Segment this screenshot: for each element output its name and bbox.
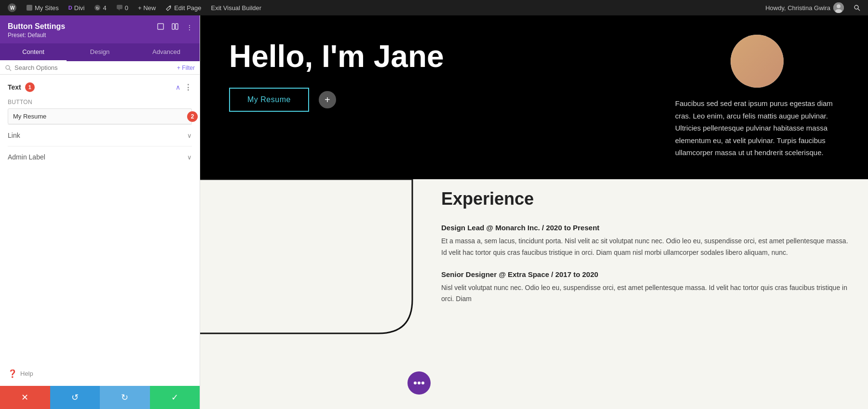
new-label: + New xyxy=(138,4,156,12)
search-input[interactable] xyxy=(14,64,174,71)
panel-header: Button Settings Preset: Default ⋮ xyxy=(0,15,200,43)
admin-label-header[interactable]: Admin Label ∨ xyxy=(8,153,192,161)
exp-item-1-body: Nisl velit volutpat nunc nec. Odio leo e… xyxy=(441,282,849,305)
user-avatar xyxy=(833,2,844,13)
canvas-area: Hello, I'm Jane My Resume + Faucibus sed… xyxy=(200,15,868,409)
left-panel: Button Settings Preset: Default ⋮ Conten… xyxy=(0,15,200,409)
karma-count[interactable]: ↻ 4 xyxy=(90,0,110,15)
my-sites-menu[interactable]: My Sites xyxy=(22,0,63,15)
resize-icon[interactable] xyxy=(155,22,166,32)
section-actions: ∧ ⋮ xyxy=(176,83,192,92)
link-chevron-icon: ∨ xyxy=(187,132,192,139)
svg-point-8 xyxy=(835,9,842,13)
profile-avatar xyxy=(731,35,784,88)
edit-page-btn[interactable]: Edit Page xyxy=(162,0,205,15)
text-section-title: Text xyxy=(8,83,21,91)
experience-title: Experience xyxy=(441,189,849,209)
my-sites-label: My Sites xyxy=(35,4,59,12)
undo-button[interactable]: ↺ xyxy=(50,386,100,409)
text-section-header: Text 1 ∧ ⋮ xyxy=(8,82,192,92)
button-text-input[interactable] xyxy=(8,108,192,124)
svg-point-16 xyxy=(414,382,417,384)
exp-item-0-title: Design Lead @ Monarch Inc. / 2020 to Pre… xyxy=(441,224,849,232)
panel-content: Text 1 ∧ ⋮ Button 2 Link ∨ xyxy=(0,75,200,361)
link-section-header[interactable]: Link ∨ xyxy=(8,132,192,139)
redo-button[interactable]: ↻ xyxy=(100,386,150,409)
divi-icon: D xyxy=(68,5,72,11)
exit-vb-btn[interactable]: Exit Visual Builder xyxy=(207,0,266,15)
help-icon[interactable]: ❓ xyxy=(8,369,17,378)
panel-header-icons: ⋮ xyxy=(155,22,195,32)
cancel-button[interactable]: ✕ xyxy=(0,386,50,409)
svg-line-15 xyxy=(9,69,11,71)
howdy-section[interactable]: Howdy, Christina Gwira xyxy=(761,0,848,15)
edit-page-label: Edit Page xyxy=(174,4,201,12)
hero-left: Hello, I'm Jane My Resume + xyxy=(229,35,656,112)
section-more-btn[interactable]: ⋮ xyxy=(184,83,192,92)
my-resume-button[interactable]: My Resume xyxy=(229,88,309,112)
section-title-row: Text 1 xyxy=(8,82,35,92)
new-menu[interactable]: + New xyxy=(134,0,160,15)
admin-bar: W My Sites D Divi ↻ 4 0 + New Edit Page … xyxy=(0,0,868,15)
svg-point-17 xyxy=(418,382,420,384)
search-bar: + Filter xyxy=(0,61,200,75)
arc-decoration xyxy=(200,179,422,409)
button-field-label: Button xyxy=(8,99,192,106)
svg-point-7 xyxy=(837,4,841,8)
hero-section: Hello, I'm Jane My Resume + Faucibus sed… xyxy=(200,15,868,179)
admin-label-chevron-icon: ∨ xyxy=(187,154,192,161)
divi-menu[interactable]: D Divi xyxy=(65,0,89,15)
experience-content: Experience Design Lead @ Monarch Inc. / … xyxy=(422,179,868,409)
svg-text:↻: ↻ xyxy=(96,6,99,11)
tab-content[interactable]: Content xyxy=(0,43,67,61)
exp-item-1: Senior Designer @ Extra Space / 2017 to … xyxy=(441,270,849,305)
exp-item-0-body: Et a massa a, sem lacus, tincidunt porta… xyxy=(441,236,849,259)
link-section: Link ∨ xyxy=(8,124,192,146)
search-btn[interactable] xyxy=(850,0,864,15)
panel-tabs: Content Design Advanced xyxy=(0,43,200,61)
arc-svg xyxy=(200,179,422,348)
count-label: 4 xyxy=(103,4,106,12)
comment-count: 0 xyxy=(125,4,128,12)
save-button[interactable]: ✓ xyxy=(150,386,200,409)
exit-vb-label: Exit Visual Builder xyxy=(211,4,262,12)
svg-point-14 xyxy=(6,66,10,69)
button-input-wrapper: 2 xyxy=(8,108,192,124)
hero-right: Faucibus sed sed erat ipsum purus egesta… xyxy=(675,35,839,159)
filter-label: + Filter xyxy=(177,65,195,71)
panel-preset: Preset: Default xyxy=(8,32,192,39)
svg-text:W: W xyxy=(10,5,15,11)
tab-advanced[interactable]: Advanced xyxy=(133,43,200,61)
help-section: ❓ Help xyxy=(0,361,200,386)
comments-menu[interactable]: 0 xyxy=(112,0,132,15)
exp-item-0: Design Lead @ Monarch Inc. / 2020 to Pre… xyxy=(441,224,849,259)
panel-footer: ✕ ↺ ↻ ✓ xyxy=(0,386,200,409)
badge-2: 2 xyxy=(187,111,198,122)
more-icon[interactable]: ⋮ xyxy=(184,22,195,32)
layout-icon[interactable] xyxy=(170,22,180,32)
admin-label-title: Admin Label xyxy=(8,153,45,161)
svg-rect-5 xyxy=(117,5,122,9)
svg-point-18 xyxy=(421,382,424,384)
svg-line-10 xyxy=(858,9,860,11)
svg-rect-11 xyxy=(158,24,163,29)
howdy-label: Howdy, Christina Gwira xyxy=(765,4,830,12)
floating-dots-btn[interactable] xyxy=(407,371,431,395)
experience-wrapper: Experience Design Lead @ Monarch Inc. / … xyxy=(200,179,868,409)
divi-label: Divi xyxy=(74,4,85,12)
hero-button-row: My Resume + xyxy=(229,88,336,112)
svg-rect-13 xyxy=(176,24,178,29)
svg-rect-12 xyxy=(172,24,175,29)
hero-body-text: Faucibus sed sed erat ipsum purus egesta… xyxy=(675,97,839,159)
filter-button[interactable]: + Filter xyxy=(177,65,195,71)
exp-item-1-title: Senior Designer @ Extra Space / 2017 to … xyxy=(441,270,849,278)
add-element-button[interactable]: + xyxy=(319,91,336,108)
wp-logo[interactable]: W xyxy=(4,0,20,15)
text-section-badge: 1 xyxy=(25,82,35,92)
tab-design[interactable]: Design xyxy=(67,43,133,61)
collapse-icon[interactable]: ∧ xyxy=(176,83,180,91)
help-label: Help xyxy=(20,370,33,377)
svg-rect-2 xyxy=(27,5,32,11)
search-icon xyxy=(5,65,12,71)
admin-label-section: Admin Label ∨ xyxy=(8,146,192,168)
